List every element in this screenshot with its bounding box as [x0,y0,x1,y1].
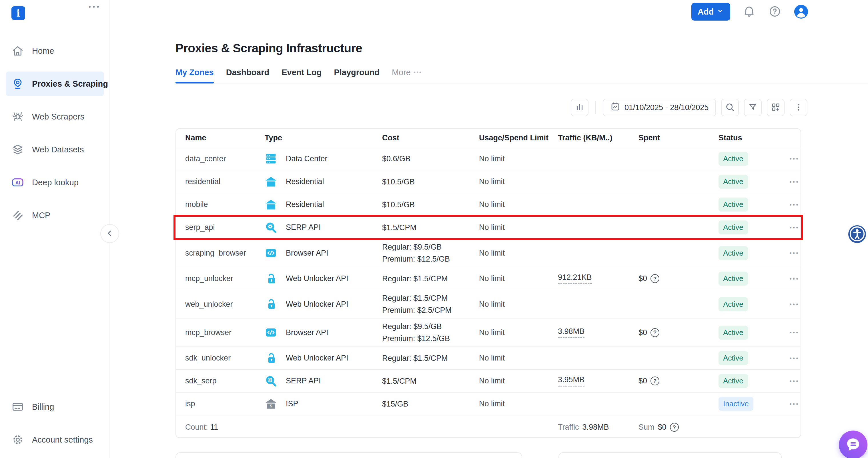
tab-event-log[interactable]: Event Log [281,68,321,83]
sidebar-item-label: Web Scrapers [32,112,84,122]
sidebar-item-billing[interactable]: Billing [6,395,104,419]
sidebar-item-account-settings[interactable]: Account settings [6,427,104,452]
table-row-mcp-unlocker[interactable]: mcp_unlockerWeb Unlocker APIRegular: $1.… [176,267,801,290]
zone-name: sdk_serp [185,376,265,386]
chart-view-button[interactable] [571,99,588,116]
zone-status: Active [718,272,788,285]
tab-label: My Zones [176,68,214,77]
tab-my-zones[interactable]: My Zones [176,68,214,83]
layers-icon [11,143,24,156]
status-badge: Active [718,220,748,235]
cost-line: $0.6/GB [382,153,479,165]
customize-columns-button[interactable] [767,99,784,116]
row-actions-button[interactable]: ••• [789,275,799,282]
traffic-value[interactable]: 912.21KB [558,273,592,284]
row-actions-button[interactable]: ••• [789,378,799,385]
traffic-value[interactable]: 3.98MB [558,327,585,338]
row-actions-button[interactable]: ••• [789,155,799,162]
row-actions-button[interactable]: ••• [789,355,799,362]
traffic-value[interactable]: 3.95MB [558,375,585,387]
table-row-data-center[interactable]: data_centerData Center$0.6/GBNo limitAct… [176,147,801,170]
row-actions-button[interactable]: ••• [789,329,799,336]
column-header-status: Status [718,133,788,142]
table-options-button[interactable] [790,99,807,116]
home-icon [11,44,24,57]
zone-type: Data Center [265,152,382,165]
help-button[interactable] [768,5,782,19]
chat-widget-button[interactable] [839,431,867,458]
sidebar-item-proxies-scraping[interactable]: Proxies & Scraping [6,71,104,96]
add-button[interactable]: Add [691,3,730,21]
row-actions-button[interactable]: ••• [789,224,799,231]
tab-more[interactable]: More••• [392,68,422,83]
cost-line: Regular: $9.5/GB [382,241,479,253]
user-avatar[interactable] [794,5,808,19]
sidebar-item-label: Proxies & Scraping [32,79,108,89]
usage-spend-limit: No limit [479,274,558,283]
zone-cost: $0.6/GB [382,153,479,165]
zone-type: Residential [265,199,382,211]
spent-help-icon[interactable]: ? [651,328,659,337]
accessibility-widget-button[interactable] [848,225,866,243]
table-row-residential[interactable]: residentialResidential$10.5/GBNo limitAc… [176,170,801,193]
cost-line: Premium: $2.5/CPM [382,304,479,316]
row-actions-button[interactable]: ••• [789,201,799,208]
zone-type: Web Unlocker API [265,352,382,365]
gear-icon [11,433,24,446]
sidebar-nav: HomeProxies & ScrapingWeb ScrapersWeb Da… [0,39,109,236]
table-header-row: NameTypeCostUsage/Spend LimitTraffic (KB… [176,129,801,147]
zone-name: mcp_browser [185,328,265,337]
sidebar-menu-icon[interactable]: ••• [89,3,101,11]
sidebar-item-web-scrapers[interactable]: Web Scrapers [6,104,104,129]
sidebar-item-home[interactable]: Home [6,39,104,63]
brand-logo[interactable]: i [11,6,25,20]
table-row-sdk-serp[interactable]: sdk_serpSERP API$1.5/CPMNo limit3.95MB$0… [176,369,801,392]
table-row-mobile[interactable]: mobileResidential$10.5/GBNo limitActive•… [176,193,801,216]
table-row-mcp-browser[interactable]: mcp_browserBrowser APIRegular: $9.5/GBPr… [176,318,801,346]
sidebar-item-web-datasets[interactable]: Web Datasets [6,137,104,162]
zone-cost: Regular: $1.5/CPM [382,352,479,364]
zone-type-label: ISP [286,399,299,408]
date-range-button[interactable]: 01/10/2025 - 28/10/2025 [603,99,716,116]
tab-dashboard[interactable]: Dashboard [226,68,269,83]
zone-type-label: SERP API [286,223,321,232]
spent-help-icon[interactable]: ? [651,376,659,386]
filter-button[interactable] [744,99,762,116]
row-actions-button[interactable]: ••• [789,250,799,256]
status-badge: Active [718,351,748,365]
person-icon [794,5,808,19]
table-row-web-unlocker[interactable]: web_unlockerWeb Unlocker APIRegular: $1.… [176,290,801,318]
zone-type: $ISP [265,398,382,410]
sum-help-icon[interactable]: ? [670,423,679,432]
cost-line: Regular: $1.5/CPM [382,292,479,304]
sidebar-collapse-button[interactable] [100,224,119,243]
sidebar-item-label: Home [32,46,54,56]
location-pin-icon [11,78,24,90]
sidebar-item-deep-lookup[interactable]: AIDeep lookup [6,170,104,195]
zones-table: NameTypeCostUsage/Spend LimitTraffic (KB… [176,128,801,438]
cost-line: Regular: $9.5/GB [382,320,479,333]
zone-cost: $15/GB [382,398,479,410]
table-row-sdk-unlocker[interactable]: sdk_unlockerWeb Unlocker APIRegular: $1.… [176,346,801,369]
tab-playground[interactable]: Playground [334,68,379,83]
notifications-button[interactable] [742,5,756,19]
status-badge: Active [718,326,748,340]
more-dots-icon: ••• [413,69,422,76]
table-row-serp-api[interactable]: serp_apiSERP API$1.5/CPMNo limitActive••… [176,216,801,239]
row-actions-button[interactable]: ••• [789,400,799,407]
zone-spent: $0? [639,274,718,283]
sidebar-nav-bottom: BillingAccount settings [0,395,109,458]
row-count: Count: 11 [185,423,382,432]
table-row-isp[interactable]: isp$ISP$15/GBNo limitInactive••• [176,392,801,415]
unlock-icon [265,272,277,285]
spent-help-icon[interactable]: ? [651,274,659,283]
row-actions-button[interactable]: ••• [789,301,799,308]
row-actions-button[interactable]: ••• [789,178,799,185]
sidebar-item-mcp[interactable]: MCP [6,203,104,227]
zone-type-label: SERP API [286,376,321,386]
zone-status: Inactive [718,397,788,411]
search-button[interactable] [721,99,739,116]
table-row-scraping-browser[interactable]: scraping_browserBrowser APIRegular: $9.5… [176,239,801,267]
accessibility-person-icon [848,225,866,244]
bottom-panel-right [558,452,782,458]
